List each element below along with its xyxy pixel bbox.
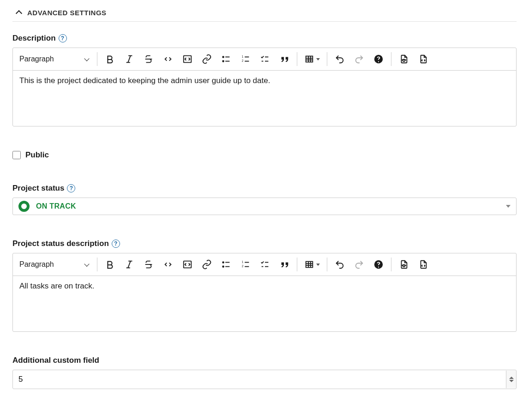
- bold-button[interactable]: [101, 256, 119, 273]
- number-spinner: [506, 371, 516, 388]
- toolbar-separator: [327, 258, 327, 271]
- status-description-content[interactable]: All tasks are on track.: [13, 276, 516, 331]
- toolbar-separator: [327, 52, 327, 66]
- custom-field-input[interactable]: [13, 370, 506, 389]
- custom-field-label-row: Additional custom field: [12, 356, 517, 365]
- format-select-value: Paragraph: [19, 260, 54, 269]
- numbered-list-button[interactable]: 12: [237, 256, 254, 273]
- code-block-button[interactable]: [179, 51, 196, 67]
- table-button[interactable]: [301, 51, 323, 67]
- public-label: Public: [25, 150, 49, 160]
- project-status-description-block: Project status description ? Paragraph 1…: [12, 239, 517, 332]
- toolbar-separator: [97, 258, 97, 271]
- svg-text:1: 1: [242, 260, 244, 264]
- task-list-button[interactable]: [256, 51, 274, 67]
- toolbar-separator: [297, 52, 297, 66]
- editor-help-button[interactable]: [370, 51, 387, 67]
- editor-help-button[interactable]: [370, 256, 387, 273]
- source-button[interactable]: [415, 256, 432, 273]
- project-status-select[interactable]: ON TRACK: [12, 198, 517, 215]
- svg-point-6: [222, 60, 224, 62]
- svg-line-2: [128, 56, 131, 63]
- status-ring-icon: [18, 201, 30, 212]
- svg-text:2: 2: [242, 59, 244, 62]
- preview-button[interactable]: [395, 256, 413, 273]
- description-toolbar: Paragraph 12: [13, 48, 516, 71]
- toolbar-separator: [97, 52, 97, 66]
- inline-code-button[interactable]: [159, 256, 177, 273]
- project-status-block: Project status ? ON TRACK: [12, 184, 517, 215]
- custom-field-block: Additional custom field: [12, 356, 517, 389]
- toolbar-separator: [391, 52, 391, 66]
- status-description-editor: Paragraph 12 All tasks are on track.: [12, 253, 517, 332]
- quote-button[interactable]: [276, 256, 293, 273]
- chevron-up-icon: [15, 8, 24, 17]
- svg-rect-39: [306, 262, 313, 268]
- task-list-button[interactable]: [256, 256, 274, 273]
- description-label: Description: [12, 34, 56, 43]
- format-select[interactable]: Paragraph: [16, 52, 94, 66]
- description-block: Description ? Paragraph 12: [12, 34, 517, 126]
- preview-button[interactable]: [395, 51, 413, 67]
- description-editor: Paragraph 12 This is the project ded: [12, 48, 517, 126]
- bullet-list-button[interactable]: [217, 256, 235, 273]
- svg-point-29: [222, 266, 224, 267]
- project-status-description-label: Project status description: [12, 239, 109, 248]
- help-icon[interactable]: ?: [112, 240, 120, 248]
- strikethrough-button[interactable]: [140, 256, 157, 273]
- custom-field-label: Additional custom field: [12, 356, 99, 365]
- project-status-label: Project status: [12, 184, 64, 193]
- italic-button[interactable]: [120, 256, 138, 273]
- code-block-button[interactable]: [179, 256, 196, 273]
- status-desc-toolbar: Paragraph 12: [13, 253, 516, 276]
- caret-down-icon: [506, 205, 511, 208]
- link-button[interactable]: [198, 256, 216, 273]
- italic-button[interactable]: [120, 51, 138, 67]
- format-select[interactable]: Paragraph: [16, 258, 94, 271]
- advanced-settings-header[interactable]: Advanced Settings: [12, 6, 517, 22]
- redo-button[interactable]: [350, 51, 368, 67]
- undo-button[interactable]: [331, 51, 349, 67]
- bullet-list-button[interactable]: [217, 51, 235, 67]
- chevron-down-icon: [85, 57, 90, 61]
- spinner-up[interactable]: [509, 377, 514, 379]
- svg-point-28: [222, 262, 224, 263]
- inline-code-button[interactable]: [159, 51, 177, 67]
- table-button[interactable]: [301, 256, 323, 273]
- chevron-down-icon: [85, 262, 90, 267]
- toolbar-separator: [391, 258, 391, 271]
- chevron-down-icon: [316, 58, 320, 60]
- toolbar-separator: [297, 258, 297, 271]
- svg-text:2: 2: [242, 264, 244, 268]
- numbered-list-button[interactable]: 12: [237, 51, 254, 67]
- svg-text:1: 1: [242, 55, 244, 58]
- link-button[interactable]: [198, 51, 216, 67]
- project-status-description-label-row: Project status description ?: [12, 239, 517, 248]
- strikethrough-button[interactable]: [140, 51, 157, 67]
- chevron-down-icon: [316, 264, 320, 266]
- source-button[interactable]: [415, 51, 432, 67]
- description-label-row: Description ?: [12, 34, 517, 43]
- svg-point-5: [222, 56, 224, 58]
- bold-button[interactable]: [101, 51, 119, 67]
- description-content[interactable]: This is the project dedicated to keeping…: [13, 71, 516, 126]
- help-icon[interactable]: ?: [67, 184, 75, 192]
- format-select-value: Paragraph: [19, 55, 54, 63]
- svg-rect-16: [306, 56, 313, 62]
- public-checkbox[interactable]: [12, 151, 21, 159]
- section-title: Advanced Settings: [27, 9, 107, 17]
- public-block: Public: [12, 150, 517, 160]
- custom-field-input-wrap: [12, 370, 517, 389]
- quote-button[interactable]: [276, 51, 293, 67]
- svg-line-25: [128, 261, 131, 268]
- redo-button[interactable]: [350, 256, 368, 273]
- help-icon[interactable]: ?: [59, 34, 67, 42]
- spinner-down[interactable]: [509, 380, 514, 382]
- project-status-label-row: Project status ?: [12, 184, 517, 193]
- project-status-value: ON TRACK: [36, 202, 76, 210]
- public-checkbox-row[interactable]: Public: [12, 150, 517, 160]
- undo-button[interactable]: [331, 256, 349, 273]
